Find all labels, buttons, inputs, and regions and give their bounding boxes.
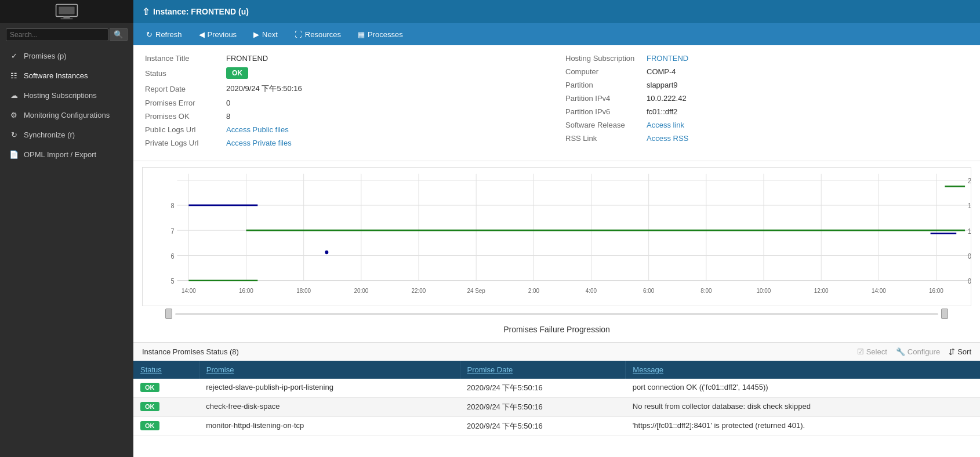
refresh-button[interactable]: ↻ Refresh: [139, 27, 189, 42]
software-release-row: Software Release Access link: [565, 121, 968, 129]
chart-svg: 5 6 7 8 0 0.5 1 1.5 2 14:00 16:00 18:00 …: [143, 168, 971, 306]
sidebar-item-hosting-subscriptions[interactable]: ☁ Hosting Subscriptions: [0, 85, 133, 105]
status-row: Status OK: [145, 67, 548, 79]
slider-handle-right[interactable]: [941, 309, 948, 319]
rss-link[interactable]: Access RSS: [647, 134, 688, 143]
resources-button[interactable]: ⛶ Resources: [288, 27, 348, 42]
sort-icon: ⇵: [949, 347, 955, 356]
svg-text:5: 5: [170, 278, 174, 285]
topbar: ⇧ Instance: FRONTEND (u): [133, 0, 980, 23]
svg-text:8: 8: [170, 202, 174, 210]
chart-section: 5 6 7 8 0 0.5 1 1.5 2 14:00 16:00 18:00 …: [133, 161, 980, 343]
svg-text:0: 0: [968, 278, 971, 285]
sidebar-item-software-instances[interactable]: ☷ Software Instances: [0, 66, 133, 85]
slider-bar: [142, 306, 971, 321]
sidebar-item-monitoring-configurations[interactable]: ⚙ Monitoring Configurations: [0, 105, 133, 125]
file-icon: 📄: [9, 149, 19, 159]
promise-date-sort-link[interactable]: Promise Date: [467, 365, 513, 374]
sidebar-logo: [0, 0, 133, 23]
partition-ipv4-row: Partition IPv4 10.0.222.42: [565, 94, 968, 103]
row-status: OK: [133, 417, 199, 436]
promises-ok-value: 8: [226, 112, 230, 121]
search-button[interactable]: 🔍: [110, 28, 128, 41]
promises-error-label: Promises Error: [145, 99, 226, 107]
svg-text:14:00: 14:00: [182, 288, 196, 294]
promises-error-value: 0: [226, 99, 230, 107]
chart-container: 5 6 7 8 0 0.5 1 1.5 2 14:00 16:00 18:00 …: [142, 167, 971, 306]
sort-button[interactable]: ⇵ Sort: [949, 347, 971, 356]
svg-text:2: 2: [968, 177, 971, 185]
promises-ok-label: Promises OK: [145, 112, 226, 121]
status-label: Status: [145, 69, 226, 78]
slider-track[interactable]: [175, 313, 938, 315]
partition-ipv6-label: Partition IPv6: [565, 107, 647, 116]
svg-text:8:00: 8:00: [700, 288, 712, 294]
main-content: ⇧ Instance: FRONTEND (u) ↻ Refresh ◀ Pre…: [133, 0, 980, 457]
private-logs-url-row: Private Logs Url Access Private files: [145, 139, 548, 147]
topbar-title: Instance: FRONTEND (u): [153, 7, 249, 16]
instance-arrow-icon: ⇧: [142, 6, 150, 17]
previous-button[interactable]: ◀ Previous: [192, 27, 244, 42]
processes-button[interactable]: ▦ Processes: [351, 27, 410, 42]
row-message: No result from collector database: disk …: [626, 398, 980, 417]
col-status[interactable]: Status: [133, 361, 199, 379]
row-promise: rejected-slave-publish-ip-port-listening: [199, 379, 460, 398]
search-input[interactable]: [6, 28, 108, 41]
hosting-subscription-value[interactable]: FRONTEND: [647, 54, 688, 63]
partition-label: Partition: [565, 81, 647, 89]
row-promise-date: 2020/9/24 下午5:50:16: [460, 379, 626, 398]
partition-ipv6-value: fc01::dff2: [647, 107, 677, 116]
col-message[interactable]: Message: [626, 361, 980, 379]
slider-handle-left[interactable]: [165, 309, 172, 319]
svg-text:7: 7: [170, 227, 174, 235]
svg-point-47: [325, 251, 328, 254]
table-body: OK rejected-slave-publish-ip-port-listen…: [133, 379, 980, 436]
status-badge: OK: [226, 67, 248, 79]
row-message: port connection OK (('fc01::dff2', 14455…: [626, 379, 980, 398]
svg-text:1: 1: [968, 227, 971, 235]
partition-value: slappart9: [647, 81, 677, 89]
sidebar-item-opml-import-export[interactable]: 📄 OPML Import / Export: [0, 144, 133, 164]
check-circle-icon: ✓: [9, 50, 19, 61]
refresh-icon: ↻: [146, 30, 153, 39]
sidebar-item-synchronize[interactable]: ↻ Synchronize (r): [0, 125, 133, 144]
partition-ipv4-value: 10.0.222.42: [647, 94, 687, 103]
col-promise[interactable]: Promise: [199, 361, 460, 379]
sidebar: 🔍 ✓ Promises (p) ☷ Software Instances ☁ …: [0, 0, 133, 457]
sidebar-search-container: 🔍: [0, 23, 133, 46]
chart-title: Promises Failure Progression: [142, 325, 971, 334]
instance-title-value: FRONTEND: [226, 54, 268, 63]
svg-text:6: 6: [170, 252, 174, 260]
svg-text:20:00: 20:00: [354, 288, 368, 294]
software-release-label: Software Release: [565, 121, 647, 129]
svg-text:12:00: 12:00: [814, 288, 829, 294]
status-sort-link[interactable]: Status: [140, 365, 162, 374]
svg-text:4:00: 4:00: [586, 288, 597, 294]
svg-rect-3: [61, 19, 73, 20]
svg-text:6:00: 6:00: [643, 288, 654, 294]
svg-text:2:00: 2:00: [528, 288, 539, 294]
info-section: Instance Title FRONTEND Status OK Report…: [133, 45, 980, 161]
ok-badge: OK: [140, 383, 159, 392]
software-release-link[interactable]: Access link: [647, 121, 684, 129]
table-row: OK monitor-httpd-listening-on-tcp 2020/9…: [133, 417, 980, 436]
next-arrow-icon: ▶: [253, 30, 259, 39]
col-promise-date[interactable]: Promise Date: [460, 361, 626, 379]
select-button[interactable]: ☑ Select: [857, 347, 887, 356]
svg-text:0.5: 0.5: [968, 252, 971, 260]
private-logs-url-link[interactable]: Access Private files: [226, 139, 292, 147]
svg-text:14:00: 14:00: [872, 288, 886, 294]
promise-sort-link[interactable]: Promise: [206, 365, 234, 374]
message-sort-link[interactable]: Message: [633, 365, 663, 374]
table-row: OK rejected-slave-publish-ip-port-listen…: [133, 379, 980, 398]
next-button[interactable]: ▶ Next: [246, 27, 285, 42]
row-promise-date: 2020/9/24 下午5:50:16: [460, 417, 626, 436]
row-promise: monitor-httpd-listening-on-tcp: [199, 417, 460, 436]
svg-text:16:00: 16:00: [239, 288, 253, 294]
sidebar-nav: ✓ Promises (p) ☷ Software Instances ☁ Ho…: [0, 46, 133, 457]
report-date-row: Report Date 2020/9/24 下午5:50:16: [145, 84, 548, 94]
public-logs-url-link[interactable]: Access Public files: [226, 125, 289, 134]
configure-button[interactable]: 🔧 Configure: [896, 347, 940, 356]
sidebar-item-promises[interactable]: ✓ Promises (p): [0, 46, 133, 66]
svg-text:10:00: 10:00: [757, 288, 771, 294]
